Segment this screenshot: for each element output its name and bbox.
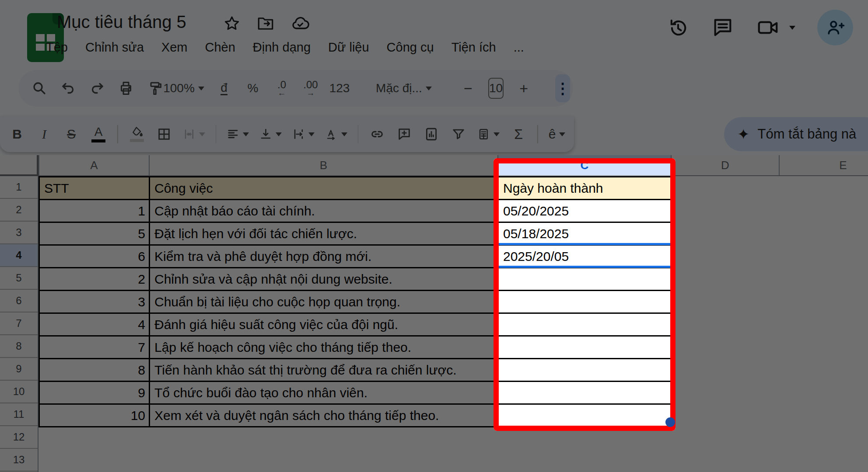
row-header-8[interactable]: 8 (0, 335, 38, 358)
summarize-table-chip[interactable]: ✦ Tóm tắt bảng nà (724, 117, 868, 151)
print-icon[interactable] (117, 76, 135, 101)
column-header-E[interactable]: E (779, 155, 868, 175)
text-color-button[interactable]: A (90, 122, 107, 146)
cell[interactable]: 4 (38, 312, 149, 335)
cell[interactable]: 7 (38, 335, 149, 358)
row-header-7[interactable]: 7 (0, 312, 38, 335)
menu-tien-ich[interactable]: Tiện ích (452, 40, 496, 55)
italic-button[interactable]: I (36, 122, 52, 146)
star-icon[interactable] (223, 15, 241, 32)
cell[interactable]: Lập kế hoạch công việc cho tháng tiếp th… (149, 335, 497, 358)
decrease-decimal-button[interactable]: .0← (273, 76, 290, 101)
filter-icon[interactable] (450, 122, 467, 146)
toolbar-divider (216, 125, 217, 143)
functions-button[interactable]: Σ (510, 122, 527, 146)
header-cell[interactable]: STT (38, 176, 149, 199)
search-icon[interactable] (31, 76, 48, 101)
move-folder-icon[interactable] (256, 14, 275, 33)
column-header-A[interactable]: A (38, 155, 149, 175)
row-header-4[interactable]: 4 (0, 244, 38, 267)
fill-color-icon[interactable] (129, 122, 145, 146)
cell[interactable]: 3 (38, 290, 149, 312)
meet-camera-icon[interactable] (756, 16, 780, 39)
number-format-button[interactable]: 123 (331, 76, 348, 101)
menu-tep[interactable]: Tệp (46, 40, 68, 55)
comments-icon[interactable] (711, 16, 734, 39)
row-header-11[interactable]: 11 (0, 403, 38, 426)
menu-cong-cu[interactable]: Công cụ (387, 40, 434, 55)
row-header-5[interactable]: 5 (0, 267, 38, 290)
row-header-6[interactable]: 6 (0, 290, 38, 312)
column-header-B[interactable]: B (149, 155, 497, 175)
redo-icon[interactable] (88, 76, 106, 101)
align-dropdown-arrow (243, 132, 249, 136)
cell[interactable]: 2 (38, 267, 149, 290)
increase-decimal-button[interactable]: .00→ (302, 76, 319, 101)
menu-dinh-dang[interactable]: Định dạng (253, 40, 311, 55)
cell[interactable]: 6 (38, 244, 149, 267)
cell[interactable]: 10 (38, 403, 149, 426)
column-header-D[interactable]: D (671, 155, 779, 175)
paint-format-icon[interactable] (146, 76, 164, 101)
row-header-1[interactable]: 1 (0, 176, 38, 199)
row-header-10[interactable]: 10 (0, 381, 38, 403)
text-rotation-button[interactable] (325, 122, 347, 146)
insert-comment-icon[interactable] (396, 122, 413, 146)
currency-format-button[interactable]: đ (215, 76, 233, 101)
cell[interactable]: Đánh giá hiệu suất công việc của đội ngũ… (149, 312, 497, 335)
insert-chart-icon[interactable] (423, 122, 440, 146)
menu-overflow[interactable]: ... (514, 40, 524, 55)
insert-link-icon[interactable] (369, 122, 385, 146)
toolbar-more-button[interactable]: ⋮ (555, 74, 570, 102)
strikethrough-button[interactable]: S (63, 122, 80, 146)
font-dropdown-arrow (426, 87, 432, 90)
menu-chen[interactable]: Chèn (205, 40, 235, 55)
borders-icon[interactable] (156, 122, 172, 146)
text-wrap-button[interactable] (292, 122, 315, 146)
zoom-select[interactable]: 100% (175, 76, 192, 101)
cell[interactable]: Cập nhật báo cáo tài chính. (149, 199, 497, 222)
version-history-icon[interactable] (667, 16, 690, 39)
toolbar-divider (537, 125, 538, 143)
select-all-corner[interactable] (0, 155, 38, 176)
menu-chinh-sua[interactable]: Chỉnh sửa (85, 40, 144, 55)
row-header-2[interactable]: 2 (0, 199, 38, 222)
cloud-saved-icon[interactable] (290, 14, 310, 33)
font-select[interactable]: Mặc đị... (371, 76, 437, 101)
cell[interactable]: Chỉnh sửa và cập nhật nội dung website. (149, 267, 497, 290)
merge-cells-button[interactable] (183, 122, 205, 146)
cell[interactable]: Xem xét và duyệt ngân sách cho tháng tiế… (149, 403, 497, 426)
vertical-align-button[interactable] (259, 122, 282, 146)
undo-icon[interactable] (60, 76, 77, 101)
menu-xem[interactable]: Xem (161, 40, 188, 55)
row-header-13[interactable]: 13 (0, 449, 38, 472)
camera-dropdown-arrow[interactable] (789, 26, 795, 30)
selection-fill-handle[interactable] (665, 417, 675, 427)
cell[interactable]: Đặt lịch hẹn với đối tác chiến lược. (149, 222, 497, 244)
row-header-3[interactable]: 3 (0, 222, 38, 244)
cell[interactable]: Tổ chức buổi đào tạo cho nhân viên. (149, 381, 497, 403)
horizontal-align-button[interactable] (227, 122, 249, 146)
increase-font-size-button[interactable]: + (515, 76, 532, 101)
cell[interactable]: Tiến hành khảo sát thị trường để đưa ra … (149, 358, 497, 381)
document-title[interactable]: Mục tiêu tháng 5 (57, 12, 186, 32)
row-header-9[interactable]: 9 (0, 358, 38, 381)
wrap-dropdown-arrow (308, 132, 315, 136)
cell[interactable]: 1 (38, 199, 149, 222)
header-cell[interactable]: Công việc (149, 176, 497, 199)
bold-button[interactable]: B (9, 122, 25, 146)
rotation-dropdown-arrow (341, 132, 347, 136)
font-size-input[interactable]: 10 (488, 78, 504, 99)
decrease-font-size-button[interactable]: − (459, 76, 477, 101)
cell[interactable]: 9 (38, 381, 149, 403)
share-button[interactable] (817, 10, 853, 45)
cell[interactable]: 8 (38, 358, 149, 381)
table-tools-button[interactable] (477, 122, 500, 146)
input-tools-button[interactable]: ê (549, 122, 565, 146)
cell[interactable]: Chuẩn bị tài liệu cho cuộc họp quan trọn… (149, 290, 497, 312)
cell[interactable]: 5 (38, 222, 149, 244)
percent-format-button[interactable]: % (244, 76, 262, 101)
menu-du-lieu[interactable]: Dữ liệu (328, 40, 369, 55)
cell[interactable]: Kiểm tra và phê duyệt hợp đồng mới. (149, 244, 497, 267)
row-header-12[interactable]: 12 (0, 426, 38, 449)
